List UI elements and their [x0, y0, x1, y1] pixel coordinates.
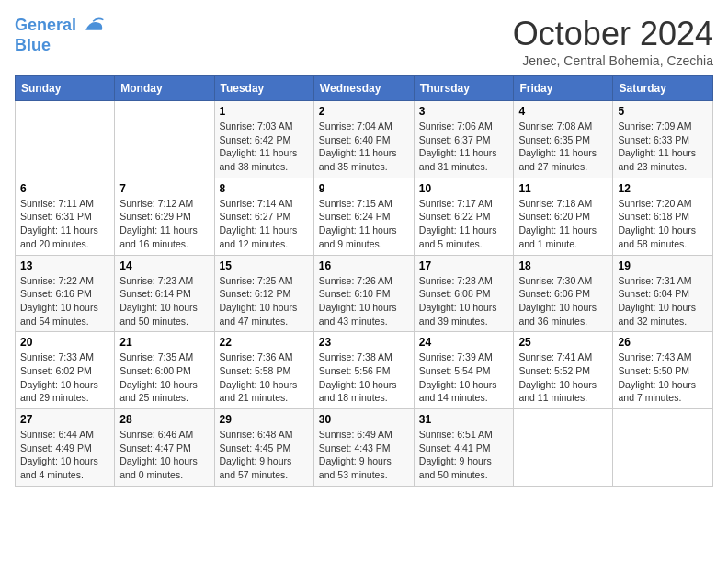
day-number: 23: [319, 336, 409, 349]
day-number: 8: [220, 182, 309, 195]
cell-info: Sunrise: 6:49 AM Sunset: 4:43 PM Dayligh…: [319, 428, 409, 482]
cell-info: Sunrise: 7:39 AM Sunset: 5:54 PM Dayligh…: [419, 350, 509, 405]
calendar-cell: 4Sunrise: 7:08 AM Sunset: 6:35 PM Daylig…: [514, 101, 613, 178]
cell-info: Sunrise: 7:12 AM Sunset: 6:29 PM Dayligh…: [119, 197, 209, 251]
day-number: 13: [20, 259, 109, 272]
day-number: 31: [419, 413, 509, 426]
calendar-week-row: 20Sunrise: 7:33 AM Sunset: 6:02 PM Dayli…: [16, 332, 713, 409]
day-number: 20: [20, 336, 109, 349]
cell-info: Sunrise: 7:26 AM Sunset: 6:10 PM Dayligh…: [319, 274, 409, 328]
cell-info: Sunrise: 6:51 AM Sunset: 4:41 PM Dayligh…: [419, 428, 509, 482]
calendar-week-row: 1Sunrise: 7:03 AM Sunset: 6:42 PM Daylig…: [16, 101, 713, 178]
calendar-cell: 11Sunrise: 7:18 AM Sunset: 6:20 PM Dayli…: [514, 178, 613, 255]
cell-info: Sunrise: 7:09 AM Sunset: 6:33 PM Dayligh…: [618, 120, 708, 174]
calendar-cell: 3Sunrise: 7:06 AM Sunset: 6:37 PM Daylig…: [414, 101, 514, 178]
day-number: 9: [319, 182, 409, 195]
calendar-cell: 29Sunrise: 6:48 AM Sunset: 4:45 PM Dayli…: [214, 409, 313, 487]
calendar-cell: 30Sunrise: 6:49 AM Sunset: 4:43 PM Dayli…: [313, 409, 414, 487]
calendar-cell: 6Sunrise: 7:11 AM Sunset: 6:31 PM Daylig…: [16, 178, 115, 255]
day-number: 21: [119, 336, 209, 349]
location-subtitle: Jenec, Central Bohemia, Czechia: [513, 53, 713, 68]
day-number: 26: [618, 336, 708, 349]
cell-info: Sunrise: 7:17 AM Sunset: 6:22 PM Dayligh…: [419, 197, 509, 251]
calendar-cell: 25Sunrise: 7:41 AM Sunset: 5:52 PM Dayli…: [514, 332, 613, 409]
cell-info: Sunrise: 7:14 AM Sunset: 6:27 PM Dayligh…: [220, 197, 309, 251]
calendar-cell: 22Sunrise: 7:36 AM Sunset: 5:58 PM Dayli…: [214, 332, 313, 409]
day-number: 25: [518, 336, 608, 349]
page-header: General Blue October 2024 Jenec, Central…: [15, 15, 713, 68]
calendar-cell: 26Sunrise: 7:43 AM Sunset: 5:50 PM Dayli…: [613, 332, 713, 409]
cell-info: Sunrise: 7:03 AM Sunset: 6:42 PM Dayligh…: [220, 120, 309, 174]
cell-info: Sunrise: 7:18 AM Sunset: 6:20 PM Dayligh…: [518, 197, 608, 251]
day-number: 7: [119, 182, 209, 195]
day-number: 5: [618, 105, 708, 118]
cell-info: Sunrise: 7:43 AM Sunset: 5:50 PM Dayligh…: [618, 350, 708, 405]
cell-info: Sunrise: 7:36 AM Sunset: 5:58 PM Dayligh…: [220, 350, 309, 405]
logo-text: General: [15, 15, 105, 37]
day-number: 10: [419, 182, 509, 195]
day-number: 11: [518, 182, 608, 195]
calendar-cell: [514, 409, 613, 487]
cell-info: Sunrise: 7:25 AM Sunset: 6:12 PM Dayligh…: [220, 274, 309, 328]
calendar-cell: 31Sunrise: 6:51 AM Sunset: 4:41 PM Dayli…: [414, 409, 514, 487]
day-number: 4: [518, 105, 608, 118]
calendar-body: 1Sunrise: 7:03 AM Sunset: 6:42 PM Daylig…: [16, 101, 713, 487]
day-number: 6: [20, 182, 109, 195]
day-of-week-header: Sunday: [16, 76, 115, 101]
day-of-week-header: Saturday: [613, 76, 713, 101]
day-of-week-header: Thursday: [414, 76, 514, 101]
day-of-week-header: Tuesday: [214, 76, 313, 101]
calendar-cell: 2Sunrise: 7:04 AM Sunset: 6:40 PM Daylig…: [313, 101, 414, 178]
calendar-cell: 27Sunrise: 6:44 AM Sunset: 4:49 PM Dayli…: [16, 409, 115, 487]
calendar-cell: 24Sunrise: 7:39 AM Sunset: 5:54 PM Dayli…: [414, 332, 514, 409]
calendar-cell: [16, 101, 115, 178]
calendar-cell: 1Sunrise: 7:03 AM Sunset: 6:42 PM Daylig…: [214, 101, 313, 178]
day-number: 14: [119, 259, 209, 272]
day-number: 3: [419, 105, 509, 118]
calendar-cell: 12Sunrise: 7:20 AM Sunset: 6:18 PM Dayli…: [613, 178, 713, 255]
cell-info: Sunrise: 7:15 AM Sunset: 6:24 PM Dayligh…: [319, 197, 409, 251]
day-number: 1: [220, 105, 309, 118]
cell-info: Sunrise: 7:38 AM Sunset: 5:56 PM Dayligh…: [319, 350, 409, 405]
cell-info: Sunrise: 7:22 AM Sunset: 6:16 PM Dayligh…: [20, 274, 109, 328]
day-number: 19: [618, 259, 708, 272]
day-number: 17: [419, 259, 509, 272]
calendar-cell: 15Sunrise: 7:25 AM Sunset: 6:12 PM Dayli…: [214, 255, 313, 332]
day-number: 15: [220, 259, 309, 272]
calendar-cell: 28Sunrise: 6:46 AM Sunset: 4:47 PM Dayli…: [115, 409, 214, 487]
calendar-cell: 16Sunrise: 7:26 AM Sunset: 6:10 PM Dayli…: [313, 255, 414, 332]
calendar-week-row: 6Sunrise: 7:11 AM Sunset: 6:31 PM Daylig…: [16, 178, 713, 255]
cell-info: Sunrise: 6:46 AM Sunset: 4:47 PM Dayligh…: [119, 428, 209, 482]
calendar-week-row: 13Sunrise: 7:22 AM Sunset: 6:16 PM Dayli…: [16, 255, 713, 332]
calendar-cell: 13Sunrise: 7:22 AM Sunset: 6:16 PM Dayli…: [16, 255, 115, 332]
cell-info: Sunrise: 7:31 AM Sunset: 6:04 PM Dayligh…: [618, 274, 708, 328]
calendar-cell: 9Sunrise: 7:15 AM Sunset: 6:24 PM Daylig…: [313, 178, 414, 255]
day-number: 12: [618, 182, 708, 195]
day-number: 2: [319, 105, 409, 118]
cell-info: Sunrise: 7:33 AM Sunset: 6:02 PM Dayligh…: [20, 350, 109, 405]
calendar-week-row: 27Sunrise: 6:44 AM Sunset: 4:49 PM Dayli…: [16, 409, 713, 487]
cell-info: Sunrise: 7:11 AM Sunset: 6:31 PM Dayligh…: [20, 197, 109, 251]
calendar-cell: 17Sunrise: 7:28 AM Sunset: 6:08 PM Dayli…: [414, 255, 514, 332]
calendar-cell: 18Sunrise: 7:30 AM Sunset: 6:06 PM Dayli…: [514, 255, 613, 332]
logo-blue: Blue: [15, 37, 105, 55]
cell-info: Sunrise: 7:41 AM Sunset: 5:52 PM Dayligh…: [518, 350, 608, 405]
cell-info: Sunrise: 6:44 AM Sunset: 4:49 PM Dayligh…: [20, 428, 109, 482]
cell-info: Sunrise: 7:30 AM Sunset: 6:06 PM Dayligh…: [518, 274, 608, 328]
logo: General Blue: [15, 15, 105, 55]
cell-info: Sunrise: 7:35 AM Sunset: 6:00 PM Dayligh…: [119, 350, 209, 405]
cell-info: Sunrise: 7:20 AM Sunset: 6:18 PM Dayligh…: [618, 197, 708, 251]
calendar-header-row: SundayMondayTuesdayWednesdayThursdayFrid…: [16, 76, 713, 101]
day-number: 22: [220, 336, 309, 349]
calendar-cell: 10Sunrise: 7:17 AM Sunset: 6:22 PM Dayli…: [414, 178, 514, 255]
cell-info: Sunrise: 6:48 AM Sunset: 4:45 PM Dayligh…: [220, 428, 309, 482]
calendar-cell: 8Sunrise: 7:14 AM Sunset: 6:27 PM Daylig…: [214, 178, 313, 255]
cell-info: Sunrise: 7:08 AM Sunset: 6:35 PM Dayligh…: [518, 120, 608, 174]
day-of-week-header: Friday: [514, 76, 613, 101]
month-title: October 2024: [513, 15, 713, 53]
day-number: 18: [518, 259, 608, 272]
title-block: October 2024 Jenec, Central Bohemia, Cze…: [513, 15, 713, 68]
cell-info: Sunrise: 7:04 AM Sunset: 6:40 PM Dayligh…: [319, 120, 409, 174]
day-number: 16: [319, 259, 409, 272]
cell-info: Sunrise: 7:06 AM Sunset: 6:37 PM Dayligh…: [419, 120, 509, 174]
